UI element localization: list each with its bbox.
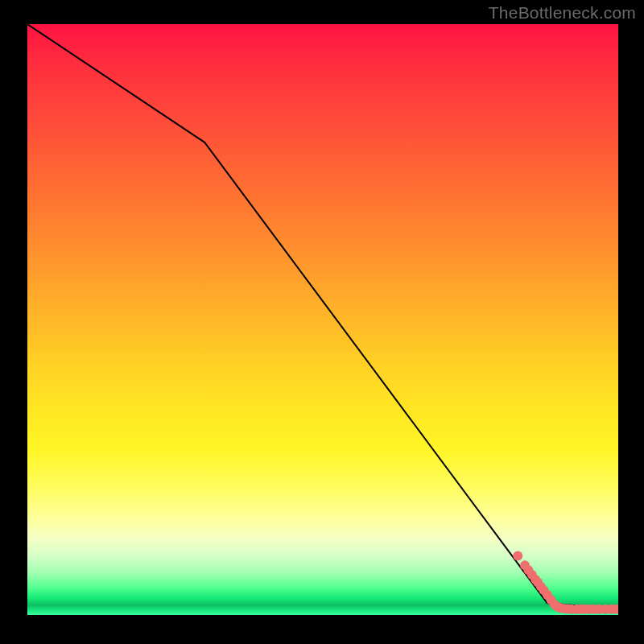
scatter-point xyxy=(513,551,522,561)
chart-frame: TheBottleneck.com xyxy=(0,0,644,644)
main-curve xyxy=(27,24,618,609)
watermark-text: TheBottleneck.com xyxy=(489,3,636,23)
plot-area xyxy=(27,24,618,615)
scatter-points xyxy=(513,551,618,614)
chart-svg xyxy=(27,24,618,615)
